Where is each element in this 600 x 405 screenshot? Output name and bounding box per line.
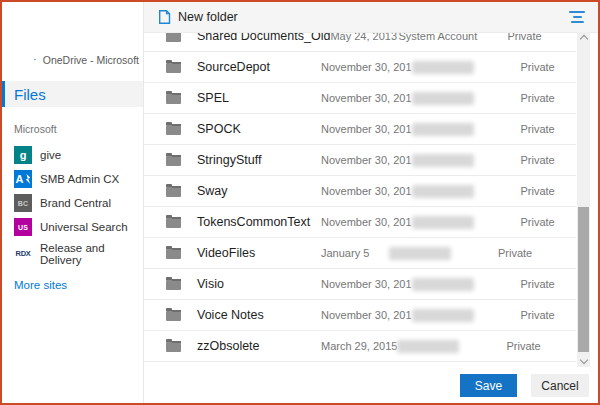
folder-modified-by bbox=[412, 185, 521, 198]
site-tile-icon: RDX bbox=[14, 245, 32, 263]
files-label: Files bbox=[14, 86, 46, 103]
site-tile-icon: A bbox=[14, 170, 32, 188]
site-label: give bbox=[40, 149, 61, 161]
redacted-name bbox=[412, 123, 474, 136]
redacted-name bbox=[412, 216, 474, 229]
cancel-button[interactable]: Cancel bbox=[531, 374, 589, 397]
folder-modified-date: November 30, 201 bbox=[321, 185, 412, 197]
folder-icon bbox=[166, 187, 181, 197]
folder-modified-by bbox=[412, 278, 521, 291]
folder-name: TokensCommonText bbox=[197, 215, 321, 229]
redacted-name bbox=[412, 278, 474, 291]
folder-row[interactable]: SPOCK November 30, 201 Private bbox=[144, 114, 576, 145]
folder-modified-by bbox=[412, 92, 521, 105]
folder-modified-date: November 30, 201 bbox=[321, 309, 412, 321]
folder-modified-by bbox=[412, 154, 521, 167]
folder-icon bbox=[166, 63, 181, 73]
folder-sharing-status: Private bbox=[506, 340, 540, 352]
save-button[interactable]: Save bbox=[460, 374, 517, 397]
folder-modified-date: November 30, 201 bbox=[321, 123, 412, 135]
folder-modified-by bbox=[412, 216, 521, 229]
toolbar: New folder bbox=[144, 2, 598, 33]
folder-icon bbox=[166, 156, 181, 166]
folder-name: StringyStuff bbox=[197, 153, 321, 167]
folder-name: Visio bbox=[197, 277, 321, 291]
folder-list-pane: New folder Shared Documents_Old May 24, … bbox=[143, 2, 598, 403]
redacted-name bbox=[412, 185, 474, 198]
onedrive-folder-picker-dialog: OneDrive - Microsoft Files Microsoft g g… bbox=[0, 0, 600, 405]
site-label: Brand Central bbox=[40, 197, 111, 209]
folder-sharing-status: Private bbox=[521, 123, 555, 135]
sidebar-site-item[interactable]: A SMB Admin CX bbox=[2, 167, 143, 191]
folder-icon bbox=[166, 311, 181, 321]
redacted-name bbox=[389, 247, 451, 260]
folder-name: SourceDepot bbox=[197, 60, 321, 74]
folder-icon bbox=[166, 218, 181, 228]
folder-sharing-status: Private bbox=[521, 92, 555, 104]
dialog-footer: Save Cancel bbox=[460, 374, 589, 397]
redacted-name bbox=[412, 61, 474, 74]
folder-modified-by bbox=[412, 123, 521, 136]
folder-row[interactable]: zzObsolete March 29, 2015 Private bbox=[144, 331, 576, 362]
folder-row[interactable]: StringyStuff November 30, 201 Private bbox=[144, 145, 576, 176]
folder-name: SPEL bbox=[197, 91, 321, 105]
folder-modified-date: March 29, 2015 bbox=[321, 340, 397, 352]
folder-sharing-status: Private bbox=[498, 247, 532, 259]
folder-name: Voice Notes bbox=[197, 308, 321, 322]
site-label: Universal Search bbox=[40, 221, 128, 233]
scrollbar[interactable] bbox=[577, 32, 590, 367]
folder-row[interactable]: Voice Notes November 30, 201 Private bbox=[144, 300, 576, 331]
redacted-name bbox=[412, 309, 474, 322]
site-tile-icon: US bbox=[14, 218, 32, 236]
new-folder-button[interactable]: New folder bbox=[158, 9, 238, 25]
sidebar-item-files[interactable]: Files bbox=[2, 81, 143, 107]
site-tile-icon: g bbox=[14, 146, 32, 164]
folder-name: Sway bbox=[197, 184, 321, 198]
folder-modified-by bbox=[389, 247, 498, 260]
folder-row[interactable]: VideoFiles January 5 Private bbox=[144, 238, 576, 269]
site-list: g give A SMB Admin CX BC Brand Central U… bbox=[2, 143, 143, 269]
folder-icon bbox=[166, 280, 181, 290]
folder-row[interactable]: TokensCommonText November 30, 201 Privat… bbox=[144, 207, 576, 238]
redacted-name bbox=[412, 92, 474, 105]
scroll-down-arrow-icon[interactable] bbox=[577, 355, 590, 367]
folder-modified-date: November 30, 201 bbox=[321, 216, 412, 228]
folder-icon bbox=[166, 94, 181, 104]
sidebar-site-item[interactable]: g give bbox=[2, 143, 143, 167]
folder-sharing-status: Private bbox=[521, 216, 555, 228]
redacted-name bbox=[412, 154, 474, 167]
folder-sharing-status: Private bbox=[521, 278, 555, 290]
folder-row[interactable]: Sway November 30, 201 Private bbox=[144, 176, 576, 207]
folder-modified-by bbox=[412, 61, 521, 74]
more-sites-link[interactable]: More sites bbox=[14, 279, 143, 291]
sidebar-site-item[interactable]: US Universal Search bbox=[2, 215, 143, 239]
sidebar-section-microsoft: Microsoft bbox=[14, 123, 143, 135]
folder-sharing-status: Private bbox=[521, 154, 555, 166]
folder-name: VideoFiles bbox=[197, 246, 321, 260]
scrollbar-thumb[interactable] bbox=[578, 207, 589, 352]
folder-sharing-status: Private bbox=[521, 185, 555, 197]
folder-modified-date: November 30, 201 bbox=[321, 154, 412, 166]
folder-row[interactable]: SPEL November 30, 201 Private bbox=[144, 83, 576, 114]
folder-icon bbox=[166, 249, 181, 259]
folder-modified-date: November 30, 201 bbox=[321, 61, 412, 73]
new-folder-label: New folder bbox=[178, 10, 238, 24]
onedrive-cloud-icon bbox=[34, 50, 36, 69]
view-options-icon[interactable] bbox=[566, 8, 588, 26]
folder-sharing-status: Private bbox=[521, 61, 555, 73]
sidebar-site-item[interactable]: BC Brand Central bbox=[2, 191, 143, 215]
site-tile-icon: BC bbox=[14, 194, 32, 212]
redacted-name bbox=[397, 340, 459, 353]
sidebar-site-item[interactable]: RDX Release and Delivery bbox=[2, 239, 143, 269]
onedrive-account: OneDrive - Microsoft bbox=[34, 50, 139, 69]
scroll-up-arrow-icon[interactable] bbox=[577, 32, 590, 44]
folder-name: SPOCK bbox=[197, 122, 321, 136]
sidebar: OneDrive - Microsoft Files Microsoft g g… bbox=[2, 2, 143, 403]
folder-modified-by bbox=[412, 309, 521, 322]
folder-row[interactable]: Visio November 30, 201 Private bbox=[144, 269, 576, 300]
folder-icon bbox=[166, 342, 181, 352]
folder-row[interactable]: SourceDepot November 30, 201 Private bbox=[144, 52, 576, 83]
folder-icon bbox=[166, 32, 181, 42]
folder-modified-date: November 30, 201 bbox=[321, 92, 412, 104]
folder-icon bbox=[166, 125, 181, 135]
